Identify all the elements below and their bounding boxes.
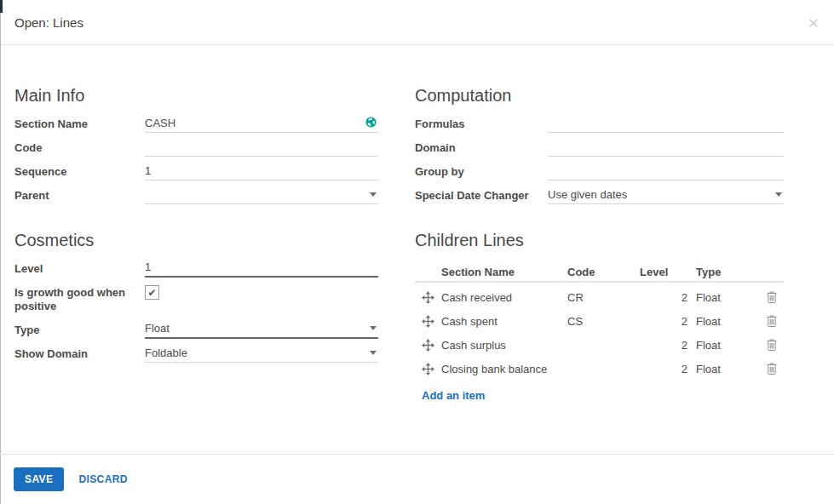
cell-type[interactable]: Float <box>696 339 764 352</box>
left-column: Main Info Section Name Code <box>14 45 378 402</box>
code-input[interactable] <box>145 140 378 156</box>
code-row: Code <box>14 140 378 157</box>
type-row: Type Float <box>14 322 378 339</box>
domain-field-wrap <box>548 140 784 157</box>
growth-good-row: Is growth good when positive ✔ <box>14 284 378 313</box>
type-label: Type <box>14 322 145 339</box>
growth-good-field-wrap: ✔ <box>145 284 378 313</box>
computation-heading: Computation <box>415 85 784 106</box>
sequence-label: Sequence <box>14 163 145 180</box>
chevron-down-icon <box>775 192 782 197</box>
close-icon[interactable]: × <box>808 14 819 32</box>
formulas-input[interactable] <box>548 117 784 132</box>
section-name-label: Section Name <box>14 116 145 133</box>
domain-label: Domain <box>415 140 548 157</box>
code-label: Code <box>14 140 145 157</box>
special-date-changer-row: Special Date Changer Use given dates <box>415 187 784 204</box>
show-domain-select[interactable]: Foldable <box>145 346 378 363</box>
type-select[interactable]: Float <box>145 322 378 339</box>
check-icon: ✔ <box>147 288 156 298</box>
domain-input[interactable] <box>548 140 784 156</box>
col-header-type: Type <box>696 266 764 278</box>
chevron-down-icon <box>370 326 377 330</box>
children-lines-table: Section Name Code Level Type Cash receiv… <box>415 262 784 402</box>
show-domain-row: Show Domain Foldable <box>14 346 378 363</box>
main-info-heading: Main Info <box>14 85 378 106</box>
cell-level[interactable]: 2 <box>640 315 687 328</box>
level-label: Level <box>14 261 145 278</box>
cell-type[interactable]: Float <box>696 363 764 375</box>
add-an-item-link[interactable]: Add an item <box>422 389 485 402</box>
save-button[interactable]: SAVE <box>14 467 64 491</box>
level-input[interactable] <box>145 261 378 276</box>
parent-label: Parent <box>14 187 145 204</box>
chevron-down-icon <box>370 351 377 355</box>
delete-row-icon[interactable] <box>767 363 777 375</box>
col-header-section-name: Section Name <box>441 266 567 278</box>
level-field-wrap <box>145 261 378 278</box>
section-name-input[interactable] <box>145 117 378 132</box>
children-lines-heading: Children Lines <box>415 230 784 250</box>
parent-row: Parent <box>14 187 378 204</box>
drag-handle-icon[interactable] <box>422 339 434 352</box>
type-select-value: Float <box>145 322 170 335</box>
show-domain-select-value: Foldable <box>145 346 187 359</box>
cell-section-name[interactable]: Cash surplus <box>441 339 567 352</box>
chevron-down-icon <box>370 192 377 197</box>
table-row[interactable]: Cash surplus 2 Float <box>415 333 784 357</box>
sequence-field-wrap <box>145 163 378 180</box>
cell-level[interactable]: 2 <box>640 339 687 352</box>
cosmetics-heading: Cosmetics <box>14 230 378 250</box>
special-date-changer-value: Use given dates <box>548 188 627 201</box>
cell-section-name[interactable]: Cash spent <box>441 315 567 328</box>
dialog-footer: SAVE DISCARD <box>0 454 834 504</box>
sequence-row: Sequence <box>14 163 378 180</box>
dialog-title: Open: Lines <box>14 15 83 30</box>
table-row[interactable]: Cash received CR 2 Float <box>415 285 784 309</box>
group-by-label: Group by <box>415 163 548 180</box>
delete-row-icon[interactable] <box>767 315 777 327</box>
cell-code[interactable]: CS <box>567 315 640 328</box>
cell-type[interactable]: Float <box>696 315 764 328</box>
growth-good-checkbox[interactable]: ✔ <box>145 285 159 300</box>
section-name-row: Section Name <box>14 116 378 133</box>
window-left-edge <box>0 0 1 504</box>
special-date-changer-label: Special Date Changer <box>415 187 548 204</box>
code-field-wrap <box>145 140 378 157</box>
drag-handle-icon[interactable] <box>422 363 434 375</box>
level-row: Level <box>14 261 378 278</box>
dialog-body: Main Info Section Name Code <box>0 45 834 402</box>
cell-section-name[interactable]: Cash received <box>441 291 567 304</box>
growth-good-label: Is growth good when positive <box>14 284 145 313</box>
cell-code[interactable]: CR <box>567 291 640 304</box>
formulas-label: Formulas <box>415 116 548 133</box>
table-header-row: Section Name Code Level Type <box>415 262 784 283</box>
delete-row-icon[interactable] <box>767 291 777 303</box>
cell-type[interactable]: Float <box>696 291 764 304</box>
group-by-row: Group by <box>415 163 784 180</box>
special-date-changer-select[interactable]: Use given dates <box>548 187 784 204</box>
cell-section-name[interactable]: Closing bank balance <box>441 363 567 375</box>
formulas-field-wrap <box>548 116 784 133</box>
cell-level[interactable]: 2 <box>640 363 687 375</box>
table-row[interactable]: Cash spent CS 2 Float <box>415 309 784 333</box>
show-domain-label: Show Domain <box>14 346 145 363</box>
translate-globe-icon[interactable] <box>365 116 377 131</box>
cell-level[interactable]: 2 <box>640 291 687 304</box>
group-by-field-wrap <box>548 163 784 180</box>
section-name-field-wrap <box>145 116 378 133</box>
right-column: Computation Formulas Domain Group by Spe… <box>415 45 784 402</box>
domain-row: Domain <box>415 140 784 157</box>
col-header-level: Level <box>640 266 687 278</box>
group-by-input[interactable] <box>548 164 784 180</box>
drag-handle-icon[interactable] <box>422 291 434 304</box>
col-header-code: Code <box>567 266 640 278</box>
sequence-input[interactable] <box>145 164 378 180</box>
dialog-header: Open: Lines × <box>0 0 834 45</box>
table-row[interactable]: Closing bank balance 2 Float <box>415 357 784 381</box>
discard-button[interactable]: DISCARD <box>78 473 127 485</box>
parent-select[interactable] <box>145 187 378 204</box>
drag-handle-icon[interactable] <box>422 315 434 328</box>
delete-row-icon[interactable] <box>767 339 777 351</box>
background-page-fragment <box>0 0 3 13</box>
